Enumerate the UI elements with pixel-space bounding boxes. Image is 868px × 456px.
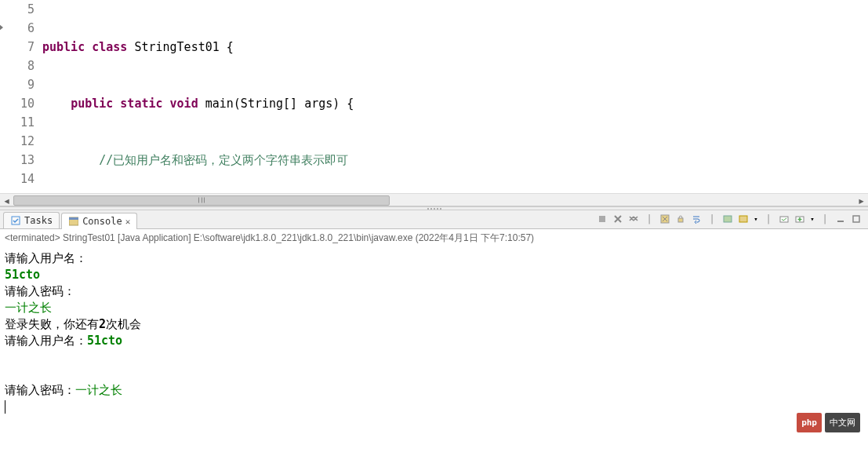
code-line: public class StringTest01 { [39,38,868,57]
horizontal-scrollbar[interactable]: ◂ ▸ [0,193,868,206]
tab-tasks[interactable]: Tasks [3,212,60,228]
svg-rect-10 [837,221,844,222]
line-num: 10 [0,94,35,113]
scroll-left-icon[interactable]: ◂ [0,194,13,207]
svg-rect-2 [69,217,78,220]
svg-rect-8 [780,217,788,222]
line-num: 5 [0,0,35,19]
display-console-icon[interactable] [736,212,750,226]
code-line: //已知用户名和密码，定义两个字符串表示即可 [39,151,868,170]
line-num: 7 [0,38,35,57]
console-cursor [5,399,863,415]
svg-rect-7 [739,216,747,222]
stop-icon[interactable] [595,212,609,226]
new-console-icon[interactable] [793,212,807,226]
console-icon [68,216,79,227]
separator: | [642,212,656,226]
scroll-track[interactable] [13,194,855,207]
scroll-lock-icon[interactable] [674,212,688,226]
word-wrap-icon[interactable] [689,212,703,226]
scroll-thumb[interactable] [13,195,390,206]
console-toolbar: | | ▾ | ▾ | [595,212,863,226]
editor-pane: 5 6 7 8 9 10 11 12 13 14 public class St… [0,0,868,206]
dropdown-icon[interactable]: ▾ [808,212,816,226]
line-gutter: 5 6 7 8 9 10 11 12 13 14 [0,0,39,193]
svg-rect-5 [678,218,683,222]
console-input-line: 51cto [5,267,863,283]
tab-console[interactable]: Console ✕ [61,213,137,229]
svg-rect-3 [599,216,605,222]
watermark-badge: php [797,413,822,432]
svg-rect-11 [853,216,859,222]
line-num: 11 [0,113,35,132]
separator: | [818,212,832,226]
process-status: <terminated> StringTest01 [Java Applicat… [0,229,868,247]
clear-console-icon[interactable] [658,212,672,226]
line-num: 12 [0,132,35,151]
console-line [5,349,863,366]
svg-rect-6 [724,216,732,222]
code-area: 5 6 7 8 9 10 11 12 13 14 public class St… [0,0,868,193]
minimize-icon[interactable] [833,212,848,226]
watermark: php 中文网 [797,413,860,432]
maximize-icon[interactable] [849,212,863,226]
close-icon[interactable]: ✕ [125,217,131,227]
tab-bar: Tasks Console ✕ | | ▾ | ▾ | [0,210,868,229]
console-input-line: 一计之长 [5,300,863,316]
separator: | [761,212,775,226]
separator: | [705,212,719,226]
bottom-pane: Tasks Console ✕ | | ▾ | ▾ | [0,210,868,456]
remove-all-icon[interactable] [626,212,641,226]
scroll-right-icon[interactable]: ▸ [855,194,868,207]
console-output[interactable]: 请输入用户名： 51cto 请输入密码： 一计之长 登录失败，你还有2次机会 请… [0,247,868,456]
console-line: 登录失败，你还有2次机会 [5,316,863,333]
dropdown-icon[interactable]: ▾ [752,212,760,226]
tab-label: Console [82,216,122,227]
code-line: public static void main(String[] args) { [39,94,868,113]
console-line [5,366,863,382]
line-num: 14 [0,170,35,188]
line-num: 8 [0,57,35,75]
open-console-icon[interactable] [777,212,791,226]
console-line: 请输入用户名：51cto [5,333,863,349]
line-num: 6 [0,19,35,38]
tasks-icon [10,215,21,226]
watermark-text: 中文网 [825,413,860,432]
line-num: 9 [0,75,35,94]
line-num: 13 [0,151,35,170]
code-content[interactable]: public class StringTest01 { public stati… [39,0,868,193]
console-line: 请输入密码：一计之长 [5,382,863,399]
remove-icon[interactable] [611,212,625,226]
console-line: 请输入用户名： [5,250,863,267]
pin-console-icon[interactable] [721,212,735,226]
tab-label: Tasks [24,215,53,226]
console-line: 请输入密码： [5,283,863,300]
